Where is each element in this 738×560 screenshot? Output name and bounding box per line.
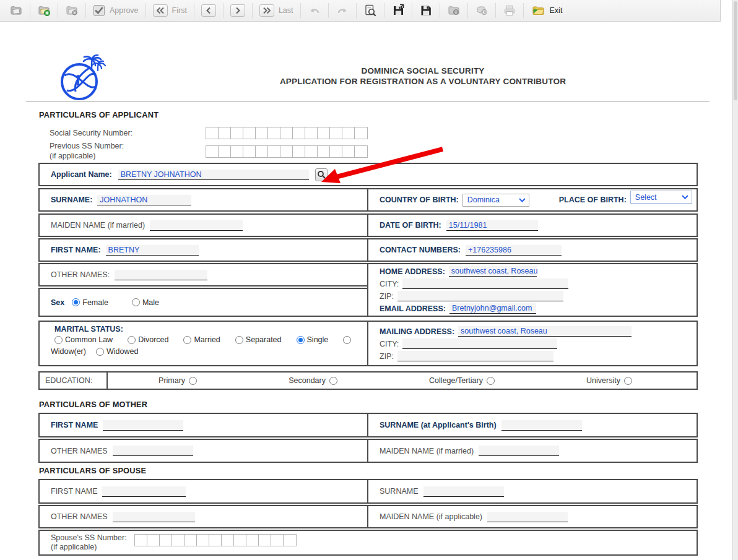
exit-button[interactable]: Exit	[525, 2, 568, 19]
radio-female[interactable]	[72, 298, 80, 306]
sex-option-male[interactable]: Male	[132, 298, 159, 307]
other-names-label: OTHER NAMES:	[51, 270, 110, 279]
spouse-maiden-name-input[interactable]	[487, 512, 568, 522]
mother-first-name-input[interactable]	[103, 420, 183, 431]
mother-first-name-label: FIRST NAME	[51, 421, 98, 429]
undo-button[interactable]	[302, 2, 327, 19]
mother-maiden-name-input[interactable]	[479, 446, 559, 456]
other-names-input[interactable]	[115, 270, 207, 280]
home-address-label: HOME ADDRESS:	[380, 267, 445, 276]
surname-input[interactable]: JOHNATHON	[97, 195, 191, 205]
print-button[interactable]	[497, 2, 522, 19]
radio-university[interactable]	[624, 377, 632, 385]
spouse-surname-input[interactable]	[423, 486, 504, 497]
education-option-primary[interactable]: Primary	[158, 376, 197, 385]
sex-option-female[interactable]: Female	[72, 298, 108, 307]
mailing-zip-input[interactable]	[397, 351, 554, 361]
marital-option-widower-label: Widow(er)	[51, 347, 86, 356]
last-record-button[interactable]: Last	[254, 2, 299, 19]
redo-button[interactable]	[330, 2, 355, 19]
first-name-input[interactable]: BRETNY	[106, 245, 199, 256]
home-city-input[interactable]	[402, 278, 568, 289]
approve-label: Approve	[110, 6, 139, 15]
exit-label: Exit	[550, 6, 563, 15]
mother-other-names-input[interactable]	[113, 446, 193, 456]
marital-option-single[interactable]: Single	[297, 335, 329, 344]
place-of-birth-select[interactable]: Select	[630, 191, 692, 204]
first-record-button[interactable]: First	[147, 2, 193, 19]
marital-option-common-law[interactable]: Common Law	[54, 335, 113, 344]
radio-common-law[interactable]	[54, 336, 63, 344]
toolbar-separator	[467, 3, 468, 18]
home-city-label: CITY:	[380, 280, 399, 288]
radio-single[interactable]	[297, 336, 305, 344]
verify-stamp-button[interactable]	[469, 2, 494, 19]
mailing-address-row: MAILING ADDRESS: southwest coast, Roseau…	[367, 321, 698, 366]
applicant-search-button[interactable]	[315, 168, 328, 181]
maiden-name-input[interactable]	[150, 220, 243, 231]
applicant-name-row: Applicant Name: BRETNY JOHNATHON	[38, 163, 698, 186]
home-address-input[interactable]: southwest coast, Roseau	[449, 266, 537, 277]
save-button[interactable]	[414, 2, 438, 19]
applicant-name-input[interactable]: BRETNY JOHNATHON	[118, 170, 309, 180]
radio-separated[interactable]	[235, 336, 243, 344]
next-record-button[interactable]	[225, 2, 251, 19]
mailing-city-input[interactable]	[402, 338, 557, 349]
date-of-birth-input[interactable]: 15/11/1981	[446, 220, 538, 231]
sex-row: Sex Female Male	[38, 288, 368, 317]
mailing-address-input[interactable]: southwest coast, Roseau	[458, 326, 632, 337]
education-label: EDUCATION:	[40, 373, 108, 389]
spouse-ssn-note: (if applicable)	[51, 543, 127, 551]
first-name-row: FIRST NAME: BRETNY	[38, 238, 368, 262]
approve-button[interactable]: Approve	[87, 2, 144, 19]
toolbar-separator	[58, 3, 58, 18]
open-folder-button[interactable]	[4, 2, 28, 19]
email-address-input[interactable]: Bretnyjohn@gmail.com	[449, 303, 536, 314]
marital-option-divorced[interactable]: Divorced	[128, 335, 168, 344]
toolbar-separator	[30, 3, 30, 18]
marital-option-widowed[interactable]: Widowed	[96, 347, 138, 356]
vertical-scrollbar[interactable]	[732, 0, 738, 560]
contact-numbers-input[interactable]: +176235986	[466, 245, 562, 256]
spouse-other-names-input[interactable]	[113, 512, 195, 522]
dominica-social-security-logo: 1	[57, 54, 106, 104]
mother-surname-input[interactable]	[501, 420, 582, 431]
spouse-ssn-row: Spouse's SS Number: (if applicable)	[38, 530, 698, 556]
toolbar-separator	[252, 3, 253, 18]
preview-button[interactable]	[358, 2, 383, 19]
spouse-first-name-input[interactable]	[102, 486, 186, 497]
radio-widower[interactable]	[343, 336, 351, 344]
toolbar-separator	[300, 3, 301, 18]
spouse-other-names-row: OTHER NAMES	[38, 505, 368, 528]
radio-married[interactable]	[183, 336, 191, 344]
previous-ssn-input-boxes[interactable]	[206, 145, 368, 158]
radio-widowed[interactable]	[96, 348, 104, 356]
scrollbar-thumb[interactable]	[734, 1, 737, 100]
folder-add-button[interactable]	[32, 2, 56, 19]
marital-option-married[interactable]: Married	[183, 335, 220, 344]
country-of-birth-select[interactable]: Dominica	[462, 194, 529, 207]
radio-divorced[interactable]	[128, 336, 136, 344]
education-option-secondary[interactable]: Secondary	[289, 376, 337, 385]
mother-first-name-row: FIRST NAME	[38, 413, 368, 437]
radio-male[interactable]	[132, 298, 140, 306]
previous-record-button[interactable]	[196, 2, 222, 19]
folder-info-button[interactable]	[441, 2, 466, 19]
save-as-button[interactable]	[386, 2, 410, 19]
mother-surname-label: SURNAME (at Applicant's Birth)	[380, 421, 497, 429]
home-zip-input[interactable]	[397, 291, 563, 301]
ssn-input-boxes[interactable]	[206, 127, 368, 139]
spouse-ssn-input-boxes[interactable]	[134, 534, 297, 546]
education-option-college[interactable]: College/Tertiary	[429, 376, 495, 385]
education-row: EDUCATION: Primary Secondary College/Ter…	[38, 371, 698, 390]
toolbar-separator	[523, 3, 524, 18]
radio-college[interactable]	[487, 377, 495, 385]
applicant-name-label: Applicant Name:	[51, 170, 112, 179]
marital-option-separated[interactable]: Separated	[235, 335, 282, 344]
form-title-line1: DOMINICA SOCIAL SECURITY	[149, 66, 697, 76]
radio-primary[interactable]	[189, 377, 197, 385]
folder-settings-button[interactable]	[59, 2, 84, 19]
radio-secondary[interactable]	[329, 377, 337, 385]
education-option-university[interactable]: University	[586, 376, 632, 385]
mother-maiden-name-label: MAIDEN NAME (if married)	[380, 447, 474, 455]
